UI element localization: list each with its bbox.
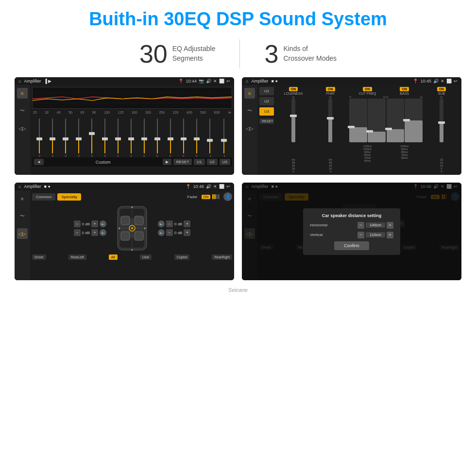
- u1-btn[interactable]: U1: [194, 159, 204, 165]
- prev-btn[interactable]: ◄: [34, 159, 44, 165]
- specialty-tab[interactable]: Specialty: [57, 193, 81, 201]
- settings-icon-3: ■ ●: [44, 184, 50, 189]
- window-icon[interactable]: ⬜: [219, 79, 224, 84]
- u2-preset[interactable]: U2: [259, 97, 274, 105]
- horizontal-plus[interactable]: +: [387, 222, 393, 229]
- phat-toggle[interactable]: ON: [326, 87, 335, 91]
- slider-15[interactable]: -1: [223, 118, 225, 157]
- right-bot-plus[interactable]: +: [184, 229, 190, 236]
- speaker-icon-rb: 🔈: [158, 229, 165, 236]
- wave-icon-3[interactable]: 〜: [17, 211, 28, 221]
- window-icon-3[interactable]: ⬜: [219, 184, 224, 189]
- reset-btn[interactable]: RESET: [173, 159, 192, 165]
- screen3-sidebar: ≡ 〜 ◁▷: [15, 190, 30, 280]
- slider-6[interactable]: 0: [104, 118, 105, 157]
- reset-crossover[interactable]: RESET: [259, 118, 274, 124]
- bass-toggle[interactable]: ON: [400, 87, 409, 91]
- back-icon-2[interactable]: ↩: [454, 79, 458, 84]
- vol-icon[interactable]: ◁▷: [17, 123, 28, 134]
- slider-4[interactable]: 0: [78, 118, 80, 157]
- cutfreq-toggle[interactable]: ON: [363, 87, 372, 91]
- cutfreq-label: CUT FREQ: [359, 92, 376, 96]
- u3-btn[interactable]: U3: [220, 159, 230, 165]
- vertical-label: Vertical: [310, 233, 334, 237]
- vol-side-2[interactable]: ◁▷: [244, 123, 255, 134]
- slider-14[interactable]: -1: [209, 118, 211, 157]
- vertical-minus[interactable]: −: [357, 232, 364, 238]
- left-top-plus[interactable]: +: [91, 220, 98, 227]
- loudness-toggle[interactable]: ON: [289, 87, 298, 91]
- right-top-minus[interactable]: −: [166, 220, 173, 227]
- fader-label: Fader: [187, 195, 198, 199]
- screen2-body: ≡ 〜 ◁▷ U1 U2 U3 RESET ON LOUDNESS G: [242, 85, 461, 175]
- vol-side-3[interactable]: ◁▷: [17, 228, 28, 239]
- confirm-button[interactable]: Confirm: [334, 241, 369, 250]
- slider-13[interactable]: 0: [196, 118, 197, 157]
- close-icon-2[interactable]: ✕: [441, 79, 444, 84]
- sub-toggle[interactable]: ON: [437, 87, 446, 91]
- eq-icon[interactable]: ≡: [17, 88, 28, 99]
- slider-1[interactable]: 0: [39, 118, 40, 157]
- right-bot-minus[interactable]: −: [166, 229, 173, 236]
- eq-bottom-bar: ◄ Custom ▶ RESET U1 U2 U3: [32, 157, 232, 167]
- next-btn[interactable]: ▶: [163, 159, 171, 165]
- play-icon: ▐ ▶: [44, 79, 51, 84]
- cutfreq-slider-g[interactable]: [368, 99, 386, 142]
- close-icon-3[interactable]: ✕: [213, 184, 217, 189]
- slider-7[interactable]: 0: [117, 118, 119, 157]
- right-top-plus[interactable]: +: [184, 220, 190, 227]
- rearright-btn[interactable]: RearRight: [212, 254, 232, 260]
- bass-slider-f[interactable]: [387, 99, 405, 142]
- distance-dialog: Car speaker distance setting Horizontal …: [303, 208, 400, 255]
- back-icon[interactable]: ↩: [226, 79, 230, 84]
- bass-slider-g[interactable]: [405, 99, 423, 142]
- eq-icon-3[interactable]: ≡: [17, 193, 28, 204]
- horizontal-minus[interactable]: −: [357, 222, 364, 229]
- home-icon[interactable]: ⌂: [18, 79, 21, 84]
- home-icon-2[interactable]: ⌂: [246, 79, 248, 84]
- home-icon-3[interactable]: ⌂: [18, 184, 21, 189]
- slider-8[interactable]: 0: [130, 118, 132, 157]
- camera-icon: 📷: [199, 79, 204, 84]
- close-icon[interactable]: ✕: [213, 79, 217, 84]
- left-bot-plus[interactable]: +: [91, 229, 98, 236]
- all-btn[interactable]: All: [109, 254, 118, 260]
- slider-10[interactable]: 0: [156, 118, 158, 157]
- common-tab[interactable]: Common: [32, 193, 55, 201]
- back-icon-3[interactable]: ↩: [226, 184, 230, 189]
- phat-slider[interactable]: [328, 99, 332, 142]
- wave-icon[interactable]: 〜: [17, 105, 28, 116]
- screen1-time: 10:44: [186, 79, 197, 84]
- loudness-slider[interactable]: [291, 99, 295, 142]
- specialty-tab-row: Common Specialty Fader ON 👤: [32, 192, 232, 201]
- slider-9[interactable]: 0: [143, 118, 145, 157]
- slider-3[interactable]: 0: [65, 118, 67, 157]
- u3-preset[interactable]: U3: [259, 107, 274, 116]
- left-controls: − 0 dB + 🔈 − 0 dB + 🔈: [74, 220, 106, 236]
- cutfreq-slider-f[interactable]: [349, 99, 367, 142]
- sub-slider[interactable]: [440, 99, 443, 142]
- vertical-plus[interactable]: +: [387, 232, 393, 238]
- left-top-minus[interactable]: −: [74, 220, 81, 227]
- status-bar-2: ⌂ Amplifier ■ ● 📍 10:45 🔊 ✕ ⬜ ↩: [242, 77, 461, 85]
- slider-2[interactable]: 0: [52, 118, 53, 157]
- eq-graph: [32, 87, 232, 109]
- u2-btn[interactable]: U2: [207, 159, 218, 165]
- slider-5[interactable]: 5: [91, 118, 92, 157]
- eq-icon-2[interactable]: ≡: [244, 88, 255, 99]
- eq-main-content: 2532405063 80100125160200 25032040050063…: [30, 85, 234, 175]
- u1-preset[interactable]: U1: [259, 87, 274, 95]
- wave-icon-2[interactable]: 〜: [244, 105, 255, 116]
- driver-btn[interactable]: Driver: [32, 254, 46, 260]
- slider-11[interactable]: 0: [170, 118, 171, 157]
- slider-12[interactable]: 0: [183, 118, 184, 157]
- left-bot-minus[interactable]: −: [74, 229, 81, 236]
- specialty-bottom-btns: Driver RearLeft All User Copilot RearRig…: [32, 254, 232, 260]
- right-bot-db: 🔈 − 0 dB +: [158, 229, 190, 236]
- user-btn[interactable]: User: [140, 254, 152, 260]
- vol-icon-2: 🔊: [433, 79, 439, 84]
- rearleft-btn[interactable]: RearLeft: [68, 254, 86, 260]
- fader-toggle[interactable]: ON: [202, 195, 211, 199]
- window-icon-2[interactable]: ⬜: [446, 79, 452, 84]
- copilot-btn[interactable]: Copilot: [174, 254, 190, 260]
